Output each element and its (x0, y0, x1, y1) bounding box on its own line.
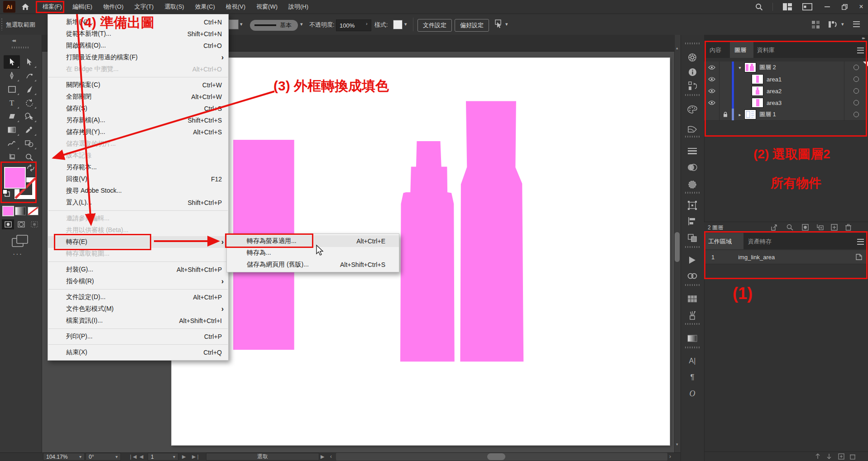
horizontal-scrollbar[interactable] (336, 453, 667, 461)
edit-toolbar-icon[interactable]: ··· (13, 250, 23, 258)
actions-panel-icon[interactable] (684, 254, 700, 266)
properties-wheel-icon[interactable] (684, 51, 700, 64)
layer-name[interactable]: 圖層 1 (759, 110, 844, 119)
menu-item-exit[interactable]: 結束(X)Ctrl+Q (48, 347, 228, 358)
artboards-panel-icon[interactable] (684, 199, 700, 212)
type-tool[interactable]: T (4, 96, 20, 109)
menu-item-new-from-template[interactable]: 從範本新增(T)...Shift+Ctrl+N (48, 28, 228, 40)
menu-item-file-info[interactable]: 檔案資訊(I)...Alt+Shift+Ctrl+I (48, 315, 228, 327)
delete-artboard-icon[interactable] (850, 453, 855, 460)
layer-row-area2[interactable]: area2 (704, 85, 868, 97)
target-column[interactable] (844, 73, 868, 85)
strip-grip[interactable] (685, 246, 700, 248)
controlbar-menu-icon[interactable] (853, 21, 860, 27)
submenu-item-export-as[interactable]: 轉存為... (227, 247, 399, 259)
vertical-scroll-thumb[interactable] (675, 232, 680, 262)
visibility-eye-icon[interactable] (704, 73, 719, 85)
strip-grip[interactable] (685, 347, 700, 348)
menu-item-search-adobe-stock[interactable]: 搜尋 Adobe Stock... (48, 185, 228, 197)
pen-tool[interactable] (4, 69, 20, 82)
layer-name[interactable]: area1 (767, 76, 844, 83)
curvature-tool[interactable] (21, 69, 37, 82)
shape-builder-tool[interactable] (21, 137, 37, 150)
new-sublayer-icon[interactable] (816, 224, 824, 231)
arrange-documents-icon[interactable] (829, 20, 839, 29)
fill-swatch[interactable] (4, 167, 26, 189)
restore-button[interactable] (836, 0, 853, 14)
artboard-number-dropdown[interactable]: 1▾ (148, 453, 178, 461)
opacity-expand-icon[interactable]: › (366, 21, 368, 26)
menu-item-save[interactable]: 儲存(S)Ctrl+S (48, 103, 228, 114)
area1-thumbnail[interactable] (752, 74, 763, 84)
menu-item-document-color-mode[interactable]: 文件色彩模式(M)› (48, 303, 228, 315)
strip-grip[interactable] (685, 284, 700, 286)
delete-layer-icon[interactable] (845, 224, 851, 231)
info-icon[interactable] (684, 66, 700, 78)
target-circle-icon[interactable] (854, 76, 859, 82)
stroke-panel-icon[interactable] (684, 145, 700, 157)
next-artboard-icon[interactable]: ▶ (182, 454, 186, 460)
strip-grip[interactable] (685, 43, 700, 44)
lock-column[interactable] (719, 73, 732, 85)
visibility-eye-icon[interactable] (704, 97, 719, 109)
artwork-bottle-large[interactable] (460, 101, 523, 362)
close-button[interactable]: × (853, 0, 868, 14)
artboard-page-icon[interactable] (855, 253, 863, 261)
color-button-none[interactable] (28, 207, 38, 215)
scroll-down-icon[interactable]: ▾ (676, 442, 678, 447)
layers-panel-menu-icon[interactable] (857, 48, 864, 53)
width-tool[interactable] (4, 137, 20, 150)
draw-inside-mode[interactable] (28, 219, 40, 229)
submenu-item-export-for-screens[interactable]: 轉存為螢幕適用...Alt+Ctrl+E (227, 235, 399, 247)
menu-help[interactable]: 說明(H) (283, 0, 314, 14)
new-layer-icon[interactable] (831, 224, 838, 231)
menu-item-revert[interactable]: 回復(V)F12 (48, 173, 228, 185)
brushes-panel-icon[interactable] (684, 309, 700, 322)
artboards-panel-menu-icon[interactable] (857, 239, 864, 245)
artwork-bottle-small[interactable] (400, 141, 455, 361)
swap-fill-stroke-icon[interactable] (26, 164, 35, 171)
submenu-item-save-for-web[interactable]: 儲存為網頁用 (舊版)...Alt+Shift+Ctrl+S (227, 259, 399, 271)
chevron-down-icon[interactable]: ▾ (737, 65, 743, 70)
panel-layout-icon[interactable] (802, 3, 812, 10)
lock-icon[interactable] (719, 109, 732, 120)
menu-item-close-all[interactable]: 全部關閉Alt+Ctrl+W (48, 91, 228, 103)
controlbar-grip[interactable] (1, 19, 2, 30)
menu-item-print[interactable]: 列印(P)...Ctrl+P (48, 331, 228, 342)
layer-row-layer2[interactable]: ▾ 圖層 2 (704, 62, 868, 74)
menu-item-place[interactable]: 置入(L)...Shift+Ctrl+P (48, 197, 228, 209)
area3-thumbnail[interactable] (752, 98, 763, 108)
artboard-row[interactable]: 1 img_link_area (704, 250, 868, 264)
strip-grip[interactable] (685, 94, 700, 96)
menu-select[interactable]: 選取(S) (159, 0, 189, 14)
tab-layers[interactable]: 圖層 (734, 46, 746, 54)
minimize-button[interactable] (819, 0, 835, 14)
links-panel-icon[interactable] (684, 270, 700, 282)
collect-for-export-icon[interactable] (771, 224, 778, 231)
search-icon[interactable] (755, 3, 763, 11)
chevron-right-icon[interactable]: ▸ (737, 112, 743, 117)
character-panel-icon[interactable]: A| (684, 355, 700, 367)
stroke-color-well[interactable] (229, 19, 239, 29)
document-setup-button[interactable]: 文件設定 (417, 19, 452, 32)
lock-column[interactable] (719, 97, 732, 109)
last-artboard-icon[interactable]: ▶❘ (192, 454, 200, 460)
strip-grip[interactable] (685, 136, 700, 138)
direct-selection-tool[interactable] (21, 55, 37, 69)
artboard-tool[interactable] (4, 150, 20, 164)
first-artboard-icon[interactable]: ❘◀ (129, 454, 137, 460)
draw-behind-mode[interactable] (15, 219, 27, 229)
target-circle-icon[interactable] (854, 88, 859, 94)
tab-artboards[interactable]: 工作區域 (708, 238, 732, 246)
target-circle-icon[interactable] (854, 112, 859, 117)
menu-window[interactable]: 視窗(W) (251, 0, 283, 14)
menu-item-scripts[interactable]: 指令檔(R)› (48, 276, 228, 287)
eraser-tool[interactable] (4, 109, 20, 123)
target-column[interactable] (844, 97, 868, 109)
layer1-thumbnail[interactable] (744, 109, 756, 119)
menu-object[interactable]: 物件(O) (98, 0, 129, 14)
strip-grip[interactable] (685, 323, 700, 325)
style-swatch[interactable] (393, 20, 403, 29)
layer-row-area3[interactable]: area3 (704, 97, 868, 109)
hscroll-right-icon[interactable]: › (669, 453, 671, 460)
